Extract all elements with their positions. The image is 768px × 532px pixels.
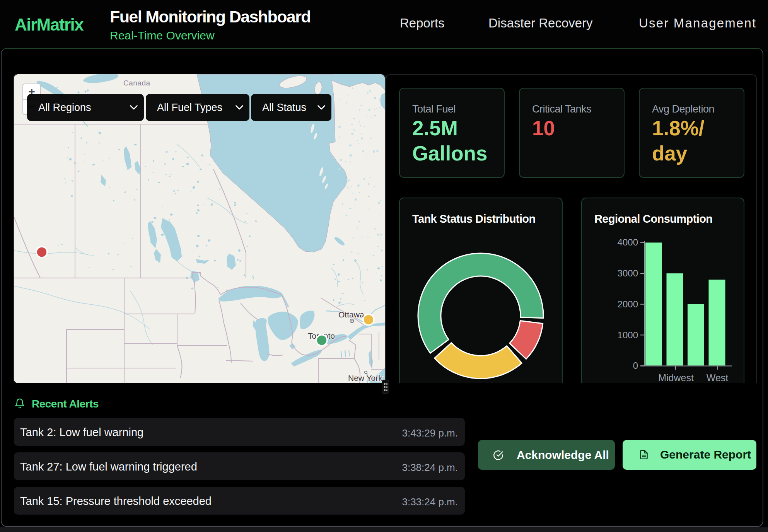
svg-text:New York: New York bbox=[348, 373, 382, 382]
svg-text:Ottawa: Ottawa bbox=[338, 310, 364, 319]
svg-text:4000: 4000 bbox=[618, 237, 638, 247]
svg-text:Canada: Canada bbox=[123, 79, 150, 87]
svg-text:West: West bbox=[707, 372, 729, 383]
svg-text:0: 0 bbox=[633, 360, 638, 371]
svg-text:2000: 2000 bbox=[618, 299, 638, 309]
svg-text:1000: 1000 bbox=[618, 330, 638, 340]
svg-text:Midwest: Midwest bbox=[658, 372, 694, 383]
svg-text:3000: 3000 bbox=[618, 268, 638, 278]
